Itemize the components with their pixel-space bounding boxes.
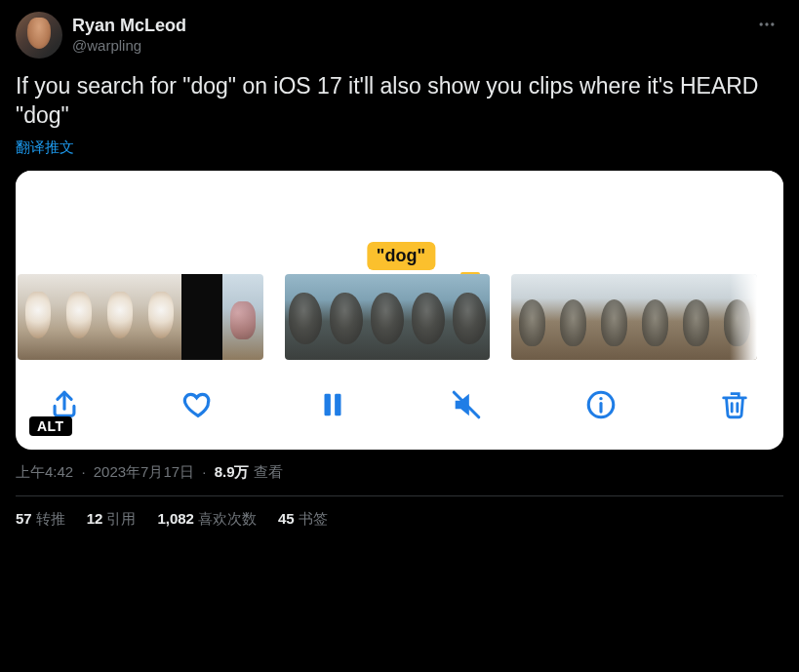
avatar[interactable] xyxy=(16,12,62,59)
stat-likes[interactable]: 1,082喜欢次数 xyxy=(157,510,257,529)
stat-bookmarks[interactable]: 45书签 xyxy=(278,510,328,529)
author-handle[interactable]: @warpling xyxy=(72,37,186,56)
clip-group-3[interactable] xyxy=(511,274,757,360)
clip-group-2[interactable] xyxy=(285,274,490,360)
info-icon xyxy=(584,388,618,421)
pause-icon xyxy=(316,388,349,421)
clip-frame xyxy=(100,274,140,360)
clip-frame xyxy=(593,274,634,360)
media-top-area: "dog" xyxy=(16,171,783,272)
trash-icon xyxy=(718,388,751,421)
clip-frame xyxy=(511,274,552,360)
more-button[interactable] xyxy=(750,8,783,41)
clip-frame xyxy=(59,274,100,360)
clip-frame xyxy=(181,274,222,360)
clip-group-1[interactable] xyxy=(18,274,263,360)
clip-frame xyxy=(285,274,326,360)
clip-frame xyxy=(367,274,408,360)
svg-rect-4 xyxy=(335,393,340,415)
clip-frame xyxy=(408,274,449,360)
info-button[interactable] xyxy=(579,383,622,426)
stat-quotes[interactable]: 12引用 xyxy=(87,510,137,529)
author-names: Ryan McLeod @warpling xyxy=(72,15,186,55)
clip-frame xyxy=(140,274,181,360)
tweet-stats: 57转推 12引用 1,082喜欢次数 45书签 xyxy=(16,510,783,542)
ellipsis-icon xyxy=(757,15,777,34)
media-toolbar xyxy=(16,362,783,450)
clip-frame xyxy=(716,274,757,360)
clip-frame xyxy=(552,274,593,360)
tweet-meta: 上午4:42 · 2023年7月17日 · 8.9万 查看 xyxy=(16,463,783,496)
svg-rect-3 xyxy=(324,393,330,415)
translate-link[interactable]: 翻译推文 xyxy=(16,138,74,157)
media-card[interactable]: "dog" xyxy=(16,171,783,450)
pause-button[interactable] xyxy=(311,383,354,426)
svg-point-7 xyxy=(599,397,602,400)
search-tag-label: "dog" xyxy=(367,242,435,270)
author[interactable]: Ryan McLeod @warpling xyxy=(16,12,186,59)
video-timeline[interactable] xyxy=(16,272,783,362)
clip-frame xyxy=(675,274,716,360)
svg-point-0 xyxy=(760,22,763,25)
stat-retweets[interactable]: 57转推 xyxy=(16,510,65,529)
clip-frame xyxy=(222,274,263,360)
like-button[interactable] xyxy=(177,383,220,426)
clip-frame xyxy=(449,274,490,360)
delete-button[interactable] xyxy=(713,383,756,426)
mute-button[interactable] xyxy=(445,383,488,426)
tweet-container: Ryan McLeod @warpling If you search for … xyxy=(0,0,799,542)
clip-frame xyxy=(18,274,59,360)
svg-point-2 xyxy=(771,22,774,25)
clip-frame xyxy=(326,274,367,360)
clip-frame xyxy=(634,274,675,360)
tweet-text: If you search for "dog" on iOS 17 it'll … xyxy=(16,72,783,131)
tweet-header: Ryan McLeod @warpling xyxy=(16,12,783,59)
speaker-muted-icon xyxy=(450,388,483,421)
tweet-time[interactable]: 上午4:42 xyxy=(16,463,73,480)
views-label: 查看 xyxy=(254,463,283,480)
views-count[interactable]: 8.9万 xyxy=(215,463,250,480)
tweet-date[interactable]: 2023年7月17日 xyxy=(94,463,194,480)
author-display-name[interactable]: Ryan McLeod xyxy=(72,15,186,37)
alt-badge[interactable]: ALT xyxy=(29,416,72,436)
heart-icon xyxy=(181,388,215,421)
svg-point-1 xyxy=(765,22,768,25)
